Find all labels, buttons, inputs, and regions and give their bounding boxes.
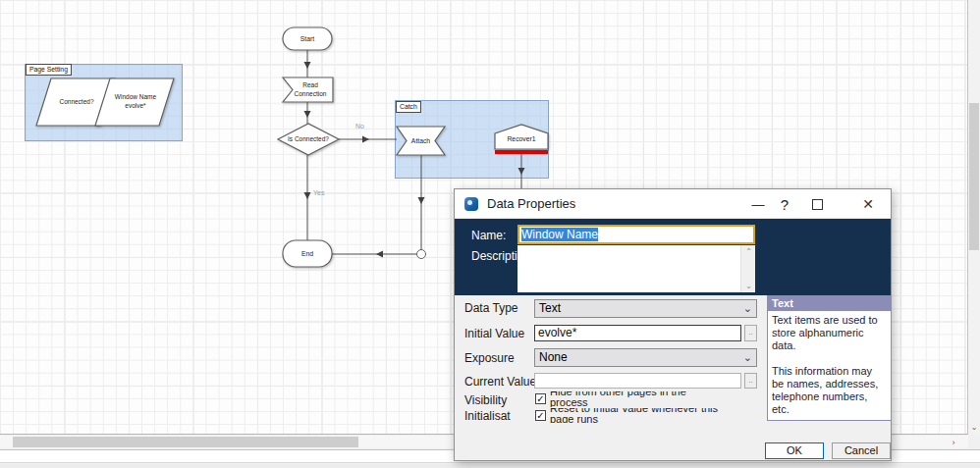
arrowhead xyxy=(362,136,369,143)
help-button[interactable]: ? xyxy=(775,189,794,219)
initial-value-browse-button[interactable]: .. xyxy=(744,325,757,341)
chevron-down-icon: ⌄ xyxy=(743,300,752,317)
scroll-down-icon[interactable]: ⌄ xyxy=(968,420,980,435)
edge-label-yes: Yes xyxy=(313,189,324,196)
checkbox-checked-icon[interactable]: ✓ xyxy=(535,393,546,404)
checkbox-checked-icon[interactable]: ✓ xyxy=(535,410,546,421)
data-type-dropdown[interactable]: Text ⌄ xyxy=(534,299,757,318)
start-node-shape[interactable] xyxy=(283,27,332,50)
exposure-dropdown[interactable]: None ⌄ xyxy=(534,348,757,367)
close-button[interactable]: ✕ xyxy=(851,189,885,219)
horizontal-scrollbar-thumb[interactable] xyxy=(13,437,358,447)
maximize-icon xyxy=(812,199,823,210)
recover-red-underline xyxy=(495,150,548,154)
data-type-value: Text xyxy=(539,301,561,315)
vertical-scrollbar[interactable]: ⌄ xyxy=(968,0,980,435)
arrowhead xyxy=(304,192,311,199)
data-type-info-panel: Text Text items are used to store alphan… xyxy=(767,295,892,421)
exposure-value: None xyxy=(539,350,568,364)
catch-group-label: Catch xyxy=(396,101,421,113)
arrowhead xyxy=(376,251,383,258)
edge-label-no: No xyxy=(355,123,364,130)
data-properties-dialog: Data Properties — ? ✕ Name: Window Name … xyxy=(454,188,892,461)
chevron-down-icon: ⌄ xyxy=(743,349,752,366)
dialog-titlebar[interactable]: Data Properties — ? ✕ xyxy=(455,189,891,219)
end-node-shape[interactable] xyxy=(283,240,332,267)
current-value-input[interactable] xyxy=(534,373,741,389)
status-bar-lower-strip xyxy=(0,464,980,468)
read-connection-node-shape[interactable] xyxy=(283,78,333,102)
arrowhead xyxy=(418,197,425,204)
info-panel-title: Text xyxy=(768,296,891,311)
data-type-label: Data Type xyxy=(464,301,517,315)
scroll-up-icon[interactable]: ⌃ xyxy=(741,247,756,256)
arrowhead xyxy=(304,111,311,118)
arrowhead xyxy=(304,62,311,69)
name-input[interactable]: Window Name xyxy=(517,225,755,244)
initial-value-label: Initial Value xyxy=(464,327,524,340)
cancel-button[interactable]: Cancel xyxy=(832,442,891,459)
description-scrollbar[interactable]: ⌃ ⌄ xyxy=(740,245,755,292)
description-textarea[interactable]: ⌃ ⌄ xyxy=(517,245,755,292)
current-value-label: Current Value xyxy=(464,375,536,389)
current-value-browse-button[interactable]: .. xyxy=(744,373,757,389)
maximize-button[interactable] xyxy=(804,189,830,219)
name-label: Name: xyxy=(471,229,506,242)
connector-junction-node[interactable] xyxy=(417,250,426,259)
scroll-right-icon[interactable]: › xyxy=(947,436,960,448)
initialisation-label: Initialisat xyxy=(464,409,511,423)
reset-to-initial-value-checkbox-label: Reset to Initial Value whenever this pag… xyxy=(550,408,722,423)
exposure-label: Exposure xyxy=(464,351,515,365)
is-connected-decision-shape[interactable] xyxy=(278,124,339,155)
hide-from-other-pages-checkbox-label: Hide from other pages in the process xyxy=(550,391,722,407)
initial-value-input[interactable]: evolve* xyxy=(534,325,741,341)
reset-to-initial-value-checkbox-row[interactable]: ✓ Reset to Initial Value whenever this p… xyxy=(535,408,722,423)
data-properties-icon xyxy=(464,197,478,211)
ok-button[interactable]: OK xyxy=(765,442,824,459)
vertical-scrollbar-thumb[interactable] xyxy=(969,103,979,250)
info-panel-paragraph: This information may be names, addresses… xyxy=(772,365,887,416)
info-panel-paragraph: Text items are used to store alphanumeri… xyxy=(772,314,887,352)
scroll-down-icon[interactable]: ⌄ xyxy=(741,282,756,290)
name-input-selected-text: Window Name xyxy=(521,228,598,241)
page-setting-group-label: Page Setting xyxy=(26,64,72,76)
minimize-button[interactable]: — xyxy=(746,189,770,219)
dialog-header-panel: Name: Window Name Description: ⌃ ⌄ xyxy=(455,219,891,295)
visibility-label: Visibility xyxy=(464,393,507,407)
dialog-title: Data Properties xyxy=(487,189,575,219)
app-window: Page Setting Catch Start Read Connection… xyxy=(0,0,980,468)
hide-from-other-pages-checkbox-row[interactable]: ✓ Hide from other pages in the process xyxy=(535,391,722,407)
